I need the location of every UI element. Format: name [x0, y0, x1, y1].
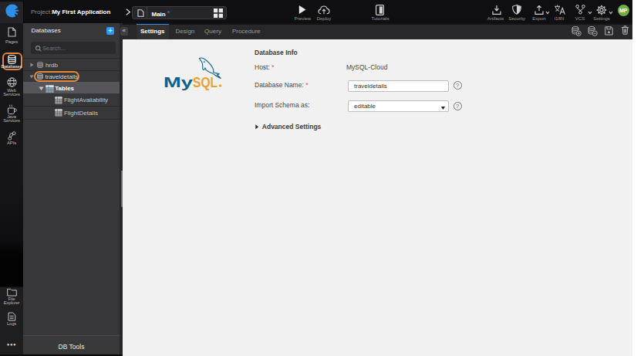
svg-text:My: My [164, 74, 194, 90]
svg-text:SQL: SQL [193, 74, 217, 90]
